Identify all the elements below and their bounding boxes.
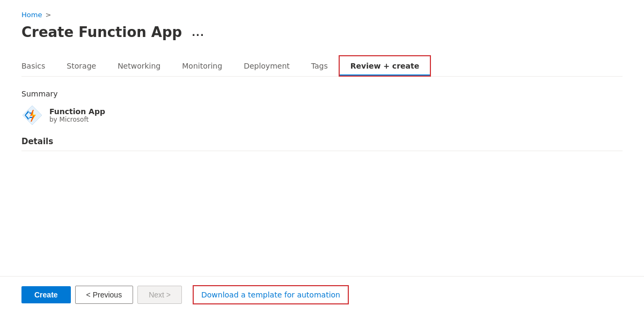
summary-label: Summary [21,90,623,98]
function-app-icon [21,105,43,126]
download-template-wrapper: Download a template for automation [193,285,349,304]
create-button[interactable]: Create [21,286,71,303]
tabs-container: Basics Storage Networking Monitoring Dep… [21,55,623,77]
breadcrumb: Home > [21,11,623,19]
page-container: Home > Create Function App ... Basics St… [0,0,644,313]
bottom-bar: Create < Previous Next > Download a temp… [0,276,644,313]
tab-review-create-wrapper: Review + create [339,55,431,77]
tab-networking[interactable]: Networking [107,56,171,76]
tab-monitoring[interactable]: Monitoring [171,56,233,76]
details-title: Details [21,137,623,151]
tab-basics[interactable]: Basics [21,56,56,76]
ellipsis-button[interactable]: ... [188,26,208,39]
function-app-name: Function App [49,107,105,116]
tab-review-create[interactable]: Review + create [340,56,430,76]
breadcrumb-home-link[interactable]: Home [21,11,42,19]
function-app-publisher: by Microsoft [49,116,105,123]
function-app-card: Function App by Microsoft [21,105,623,126]
next-button: Next > [137,286,182,304]
previous-button[interactable]: < Previous [75,286,134,304]
download-template-link[interactable]: Download a template for automation [195,287,347,302]
tab-tags[interactable]: Tags [301,56,339,76]
breadcrumb-separator: > [45,11,51,19]
function-app-info: Function App by Microsoft [49,107,105,123]
summary-section: Summary Function App by Microsoft [21,90,623,126]
page-header: Create Function App ... [21,24,623,40]
tab-deployment[interactable]: Deployment [233,56,301,76]
tab-storage[interactable]: Storage [56,56,107,76]
page-title: Create Function App [21,24,182,40]
